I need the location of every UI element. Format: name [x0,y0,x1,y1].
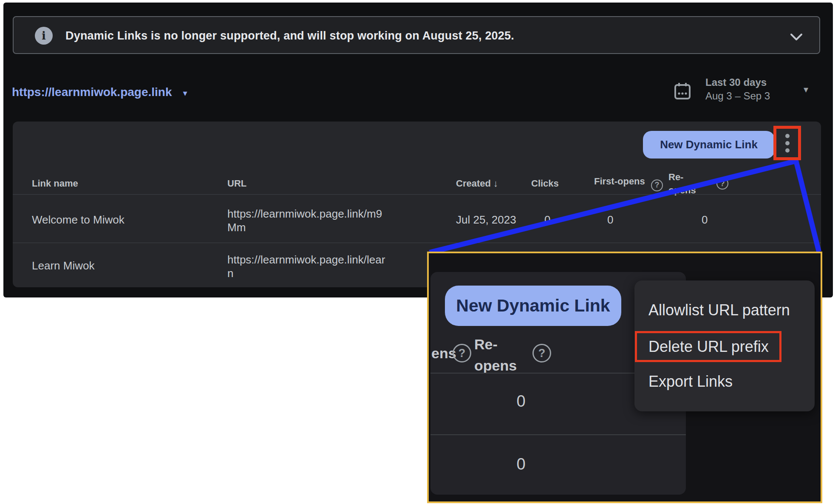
help-icon[interactable]: ? [651,179,663,191]
re-opens-line2: opens [668,184,696,197]
url-prefix-selector[interactable]: https://learnmiwok.page.link▾ [12,85,187,99]
deprecation-banner: i Dynamic Links is no longer supported, … [13,16,820,54]
zoomed-new-dynamic-link-button[interactable]: New Dynamic Link [445,286,621,326]
menu-item-export-links[interactable]: Export Links [648,373,733,391]
date-preset-label: Last 30 days [705,76,770,89]
url-line: https://learnmiwok.page.link/m9 [227,207,382,221]
dropdown-arrow-icon: ▾ [804,84,808,95]
first-opens-label: First-opens [594,176,645,187]
overflow-context-menu: Allowlist URL pattern Delete URL prefix … [634,280,815,411]
re-opens-cell: 0 [702,213,708,227]
divider [13,194,821,195]
kebab-dot [785,141,790,145]
dropdown-arrow-icon: ▾ [183,88,187,98]
url-line: https://learnmiwok.page.link/lear [227,253,385,266]
sort-desc-icon: ↓ [493,178,498,189]
divider [13,243,821,243]
deprecation-banner-text: Dynamic Links is no longer supported, an… [65,29,514,42]
kebab-dot [785,148,790,153]
link-name-cell: Learn Miwok [32,259,94,272]
firebase-dynamic-links-page: i Dynamic Links is no longer supported, … [0,0,838,504]
new-dynamic-link-button[interactable]: New Dynamic Link [643,131,775,159]
help-icon: ? [532,344,551,362]
help-icon[interactable]: ? [716,178,728,190]
clicks-cell: 0 [544,213,550,227]
url-line: Mm [227,221,382,234]
date-range-labels: Last 30 days Aug 3 – Sep 3 [705,76,770,103]
url-line: n [227,266,385,280]
re-opens-line1: Re- [474,334,517,355]
overflow-menu-button-highlighted[interactable] [773,126,801,160]
column-header-url: URL [227,178,246,189]
column-header-re-opens: Re- opens [668,170,696,197]
zoomed-header-re-opens: Re- opens [474,334,517,376]
divider [430,434,686,435]
re-opens-line1: Re- [668,170,696,184]
url-prefix-value: https://learnmiwok.page.link [12,85,172,99]
help-icon: ? [453,344,471,362]
chevron-down-icon[interactable] [788,31,805,45]
menu-item-delete-url-prefix[interactable]: Delete URL prefix [648,338,769,356]
column-header-first-opens: First-opens ? [594,176,663,191]
zoomed-re-opens-value: 0 [516,455,525,473]
created-label: Created [456,178,491,189]
kebab-dot [785,134,790,138]
date-range-picker[interactable]: Last 30 days Aug 3 – Sep 3 ▾ [674,76,818,109]
calendar-icon [674,82,691,103]
column-header-clicks: Clicks [531,178,559,189]
zoomed-re-opens-value: 0 [516,392,525,411]
column-header-created[interactable]: Created↓ [456,178,498,189]
column-header-link-name: Link name [32,178,78,189]
zoom-callout: New Dynamic Link ens ? Re- opens ? 0 0 A… [427,252,822,503]
date-range-value: Aug 3 – Sep 3 [705,89,770,103]
link-url-cell: https://learnmiwok.page.link/m9 Mm [227,207,382,234]
info-icon: i [35,27,53,45]
menu-item-allowlist-url-pattern[interactable]: Allowlist URL pattern [648,301,790,319]
first-opens-cell: 0 [607,213,613,227]
link-name-cell: Welcome to Miwok [32,213,125,227]
created-cell: Jul 25, 2023 [456,213,516,227]
link-url-cell: https://learnmiwok.page.link/lear n [227,253,385,280]
